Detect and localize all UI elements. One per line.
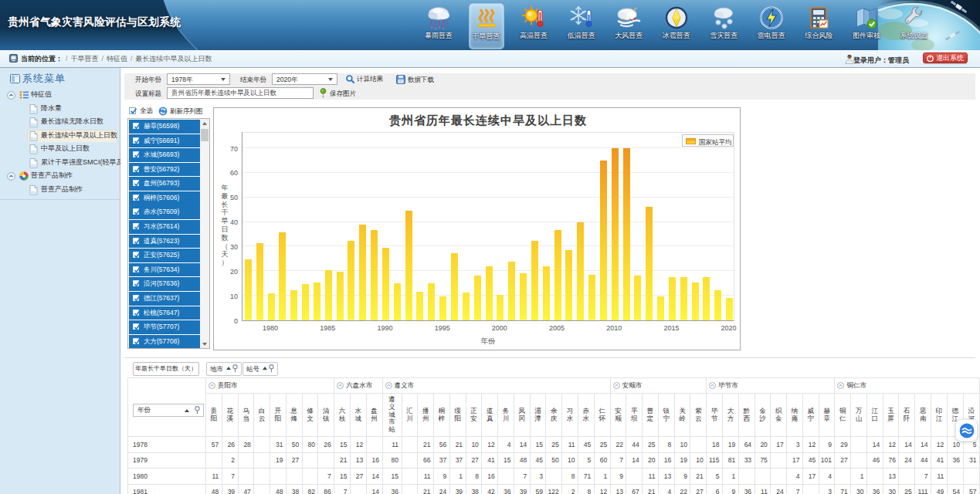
station-column-header[interactable]: 铜仁 [835,394,851,437]
city-group-header[interactable]: 六盘水市 [334,378,382,394]
station-column-header[interactable]: 织金 [771,394,787,437]
station-column-header[interactable]: 纳雍 [787,394,803,437]
station-column-header[interactable]: 白云 [254,394,270,437]
station-column-header[interactable]: 水城 [350,394,366,437]
station-column-header[interactable]: 湄潭 [530,394,546,437]
end-year-select[interactable]: 2020年 [272,73,337,85]
station-column-header[interactable]: 大方 [723,394,739,437]
station-column-header[interactable]: 汇川 [402,394,418,437]
station-column-header[interactable]: 余庆 [546,394,562,437]
station-checkbox[interactable] [133,252,139,258]
station-checkbox[interactable] [133,310,139,316]
station-item[interactable]: 普安(56792) [129,163,200,177]
toolbar-item-rainstorm[interactable]: 暴雨普查 [421,3,456,49]
station-column-header[interactable]: 普定 [643,394,659,437]
station-column-header[interactable]: 盘州 [366,394,382,437]
city-group-header[interactable]: 铜仁市 [835,378,980,394]
station-checkbox[interactable] [133,266,139,272]
station-column-header[interactable]: 务川 [498,394,514,437]
station-item[interactable]: 大方(57708) [129,335,200,349]
station-checkbox[interactable] [133,238,139,244]
calculate-button[interactable]: 计算结果 [346,75,383,84]
station-item[interactable]: 威宁(56691) [129,134,200,148]
station-checkbox[interactable] [133,323,139,330]
menu-item-最长连续无降水日数[interactable]: 最长连续无降水日数 [0,115,120,129]
refresh-chart-button[interactable]: 刷新序列图 [158,107,203,117]
station-item[interactable]: 习水(57614) [129,220,200,234]
station-checkbox[interactable] [133,123,139,129]
select-all-checkbox[interactable] [129,107,136,114]
city-group-header[interactable]: 毕节市 [707,378,835,394]
station-column-header[interactable]: 紫云 [690,394,707,437]
city-group-header[interactable]: 安顺市 [610,378,707,394]
station-column-header[interactable]: 修文 [302,394,318,437]
station-column-header[interactable]: 金沙 [754,394,771,437]
station-column-header[interactable]: 花溪 [222,394,238,437]
menu-group-特征值[interactable]: 特征值 [0,88,120,102]
station-column-header[interactable]: 威宁 [802,394,819,437]
breadcrumb-item[interactable]: 干旱普查 [71,55,99,63]
station-checkbox[interactable] [133,166,139,172]
station-column-header[interactable]: 印江 [931,394,948,437]
station-checkbox[interactable] [133,295,139,301]
logout-button[interactable]: 退出系统 [923,52,968,63]
station-column-header[interactable]: 播州 [418,394,434,437]
station-column-header[interactable]: 平坝 [626,394,643,437]
station-checkbox[interactable] [133,280,139,286]
station-column-header[interactable]: 毕节 [707,394,723,437]
station-column-header[interactable]: 玉屏 [883,394,899,437]
start-year-select[interactable]: 1978年 [167,73,230,85]
station-column-header[interactable]: 赤水 [578,394,594,437]
station-item[interactable]: 务川(57634) [129,263,200,277]
station-column-header[interactable]: 仁怀 [594,394,610,437]
station-list-scrollbar[interactable] [200,119,209,348]
station-column-header[interactable]: 石阡 [899,394,915,437]
data-download-button[interactable]: 数据下载 [396,75,434,85]
toolbar-item-settings[interactable]: 系统设置 [897,3,932,49]
station-column-header[interactable]: 江口 [866,394,883,437]
station-item[interactable]: 盘州(56793) [129,177,200,191]
menu-group-普查产品制作[interactable]: 普查产品制作 [0,169,120,183]
station-checkbox[interactable] [133,137,139,144]
toolbar-item-hail[interactable]: 冰雹普查 [659,3,694,49]
city-group-header[interactable]: 贵阳市 [206,378,334,394]
station-checkbox[interactable] [133,195,139,201]
station-column-header[interactable]: 绥阳 [449,394,466,437]
station-item[interactable]: 毕节(57707) [129,320,200,334]
year-filter-box[interactable]: 年份 [133,404,204,417]
save-image-button[interactable]: 保存图片 [319,88,356,99]
station-item[interactable]: 正安(57625) [129,249,200,262]
station-column-header[interactable]: 万山 [851,394,867,437]
toolbar-item-snow[interactable]: 雪灾普查 [706,3,741,49]
toolbar-item-lightning[interactable]: 雷电普查 [754,3,789,49]
station-checkbox[interactable] [133,208,139,215]
chart-title-input[interactable]: 贵州省历年最长连续中旱及以上日数 [167,87,314,99]
station-checkbox[interactable] [133,338,139,344]
station-item[interactable]: 道真(57623) [129,235,200,249]
station-column-header[interactable]: 贵阳 [206,394,222,437]
station-checkbox[interactable] [133,180,139,186]
station-column-header[interactable]: 安顺 [610,394,626,437]
toolbar-item-risk[interactable]: 综合风险 [801,3,836,49]
menu-item-中旱及以上日数[interactable]: 中旱及以上日数 [0,142,120,156]
breadcrumb-item[interactable]: 最长连续中旱及以上日数 [136,55,212,63]
menu-item-累计干旱强度SMCI(轻旱及以[interactable]: 累计干旱强度SMCI(轻旱及以 [0,156,120,170]
station-item[interactable]: 水城(56693) [129,148,200,162]
city-group-header[interactable]: 遵义市 [382,378,610,394]
station-checkbox[interactable] [133,223,139,229]
station-column-header[interactable]: 习水 [562,394,578,437]
station-column-header[interactable]: 镇宁 [658,394,674,437]
station-column-header[interactable]: 正安 [466,394,482,437]
menu-item-最长连续中旱及以上日数[interactable]: 最长连续中旱及以上日数 [0,129,120,143]
station-column-header[interactable]: 桐梓 [434,394,450,437]
station-checkbox[interactable] [133,151,139,157]
station-column-header[interactable]: 息烽 [286,394,302,437]
breadcrumb-item[interactable]: 特征值 [107,55,127,63]
sort-chip-city[interactable]: 地市 [206,362,242,376]
station-column-header[interactable]: 乌当 [238,394,254,437]
station-column-header[interactable]: 清镇 [318,394,334,437]
station-item[interactable]: 沿河(57636) [129,277,200,291]
station-item[interactable]: 德江(57637) [129,292,200,306]
station-column-header[interactable]: 遵义城市站 [382,394,402,437]
toolbar-item-cold[interactable]: 低温普查 [564,3,599,49]
